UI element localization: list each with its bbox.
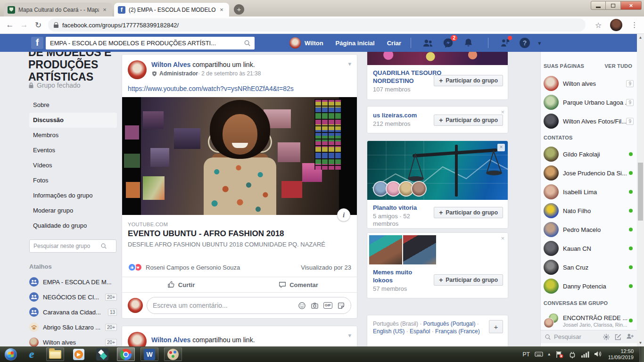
group-title[interactable]: DE MODELOS E PRODUÇÕES ARTÍSTICAS — [28, 52, 111, 83]
menu-item-videos[interactable]: Vídeos — [0, 158, 122, 173]
address-bar[interactable]: facebook.com/groups/1777758399182842/ — [48, 18, 586, 32]
scrollbar-thumb[interactable] — [638, 163, 643, 221]
see-all-link[interactable]: VER TUDO — [605, 63, 632, 69]
camera-icon[interactable] — [311, 302, 319, 310]
menu-item-qualidade[interactable]: Qualidade do grupo — [0, 218, 122, 233]
browser-tab-facebook[interactable]: f (2) EMPA - ESCOLA DE MODELOS × — [114, 3, 229, 16]
page-scrollbar[interactable]: ▲ ▼ — [637, 34, 644, 346]
browser-tab-mapa-cultural[interactable]: Mapa Cultural do Ceará - - Mapa × — [4, 3, 112, 16]
taskbar-internet-explorer[interactable]: e — [23, 347, 41, 361]
join-group-button[interactable]: Participar do grupo — [434, 274, 503, 286]
taskbar-filmora[interactable] — [93, 347, 111, 361]
group-search-input[interactable] — [30, 243, 100, 249]
menu-item-eventos[interactable]: Eventos — [0, 143, 122, 158]
view-count[interactable]: Visualizado por 23 — [301, 264, 351, 271]
action-flag-icon[interactable] — [555, 351, 564, 358]
contact-row[interactable]: Isabelli Lima — [544, 182, 635, 201]
contact-row[interactable]: Kauan CN — [544, 239, 635, 258]
new-message-icon[interactable] — [614, 333, 622, 341]
language-option[interactable]: Português (Portugal) — [418, 321, 475, 327]
facebook-search-input[interactable] — [46, 37, 255, 49]
contact-row[interactable]: Danny Potencia — [544, 277, 635, 296]
show-desktop-button[interactable] — [639, 346, 644, 362]
taskbar-media-player[interactable]: ▶ — [70, 347, 88, 361]
scroll-down-icon[interactable]: ▼ — [637, 339, 644, 346]
contact-row[interactable]: Jose Prudencio Da Si... — [544, 164, 635, 182]
dismiss-icon[interactable]: × — [497, 144, 505, 151]
facebook-logo[interactable]: f — [31, 37, 43, 49]
page-row[interactable]: Parque Urbano Lagoa ... 9 — [544, 93, 635, 112]
minimize-button[interactable] — [591, 1, 606, 10]
emoji-icon[interactable] — [298, 302, 306, 310]
shortcut-negocios[interactable]: NEGÓCIOS DE CI... 20+ — [0, 289, 122, 304]
taskbar-paint[interactable] — [164, 347, 182, 361]
sticker-icon[interactable] — [337, 302, 345, 310]
group-cover-photo[interactable]: × — [367, 141, 508, 200]
scroll-up-icon[interactable]: ▲ — [637, 34, 644, 41]
friend-requests-icon[interactable] — [422, 37, 434, 49]
like-reaction-icon[interactable] — [128, 263, 136, 272]
maximize-button[interactable] — [606, 1, 621, 10]
create-link[interactable]: Criar — [387, 40, 401, 47]
taskbar-file-explorer[interactable] — [46, 347, 64, 361]
language-option[interactable]: Español — [405, 328, 430, 335]
close-button[interactable]: × — [621, 1, 642, 10]
add-person-icon[interactable] — [626, 333, 634, 341]
messenger-icon[interactable]: 2 — [442, 37, 454, 49]
power-plug-icon[interactable] — [568, 351, 577, 358]
page-row[interactable]: Wilton alves 9 — [544, 74, 635, 93]
volume-icon[interactable] — [594, 351, 602, 358]
shortcut-caravana[interactable]: Caravana da Cidad... 13 — [0, 304, 122, 320]
back-icon[interactable]: ← — [3, 20, 17, 30]
clock[interactable]: 12:50 11/09/2019 — [608, 348, 634, 361]
author-avatar[interactable] — [128, 332, 147, 346]
menu-item-sobre[interactable]: Sobre — [0, 98, 122, 113]
tab-close-icon[interactable]: × — [218, 6, 225, 14]
shortcut-empa[interactable]: EMPA - ESCOLA DE M... — [0, 274, 122, 289]
comment-button[interactable]: Comentar — [239, 277, 357, 292]
contact-row[interactable]: Pedro Macelo — [544, 220, 635, 239]
contact-row[interactable]: Nato Filho — [544, 201, 635, 220]
browser-profile-avatar[interactable] — [610, 19, 622, 31]
reload-icon[interactable]: ↻ — [31, 20, 45, 30]
group-photos[interactable] — [367, 233, 508, 264]
taskbar-chrome[interactable] — [117, 347, 135, 361]
menu-item-fotos[interactable]: Fotos — [0, 173, 122, 188]
more-languages-button[interactable]: + — [489, 320, 503, 333]
suggested-group-name[interactable]: Memes muito lokoos — [373, 268, 420, 284]
dismiss-icon[interactable]: × — [501, 235, 504, 241]
start-button[interactable] — [5, 348, 17, 361]
menu-item-membros[interactable]: Membros — [0, 128, 122, 143]
page-row[interactable]: Wilton Alves Fotos/Fil... 9 — [544, 112, 635, 131]
taskbar-word[interactable]: W — [140, 347, 158, 361]
author-name[interactable]: Wilton Alves — [151, 336, 190, 344]
group-search[interactable] — [29, 239, 116, 253]
author-name[interactable]: Wilton Alves — [151, 61, 190, 68]
group-cover-photo[interactable] — [367, 52, 508, 65]
video-thumbnail[interactable] — [122, 97, 357, 215]
network-signal-icon[interactable] — [581, 351, 589, 358]
language-option[interactable]: Français (France) — [430, 328, 479, 335]
home-link[interactable]: Página inicial — [336, 40, 375, 47]
search-icon[interactable] — [244, 40, 251, 47]
menu-item-informacoes[interactable]: Informações do grupo — [0, 188, 122, 203]
menu-item-moderar[interactable]: Moderar grupo — [0, 203, 122, 218]
keyboard-icon[interactable] — [535, 351, 543, 358]
account-caret-icon[interactable]: ▾ — [538, 40, 541, 47]
menu-item-discussao[interactable]: Discussão — [29, 113, 117, 128]
group-conversation-row[interactable]: ENCONTRÃO REDE ... Josael Jario, Clariss… — [544, 310, 635, 331]
contact-row[interactable]: Gildo Fakolaji — [544, 145, 635, 164]
chat-search-input[interactable] — [554, 333, 598, 340]
browser-menu-icon[interactable]: ⋮ — [631, 21, 638, 29]
new-tab-button[interactable]: + — [234, 4, 244, 15]
gif-icon[interactable]: GIF — [323, 302, 332, 309]
bookmark-star-icon[interactable]: ☆ — [595, 21, 602, 30]
language-indicator[interactable]: PT — [522, 351, 529, 358]
tray-expand-icon[interactable]: ▲ — [547, 352, 551, 356]
join-group-button[interactable]: Participar do grupo — [434, 207, 503, 218]
shortcut-wilton[interactable]: Wilton alves 20+ — [0, 335, 122, 346]
post-options-caret-icon[interactable]: ▾ — [348, 60, 351, 67]
contact-row[interactable]: San Cruz — [544, 258, 635, 277]
link-attachment[interactable]: YOUTUBE.COM EVENTO UBUNTU - AFRO FASHION… — [122, 215, 357, 253]
comment-input[interactable] — [153, 302, 293, 309]
